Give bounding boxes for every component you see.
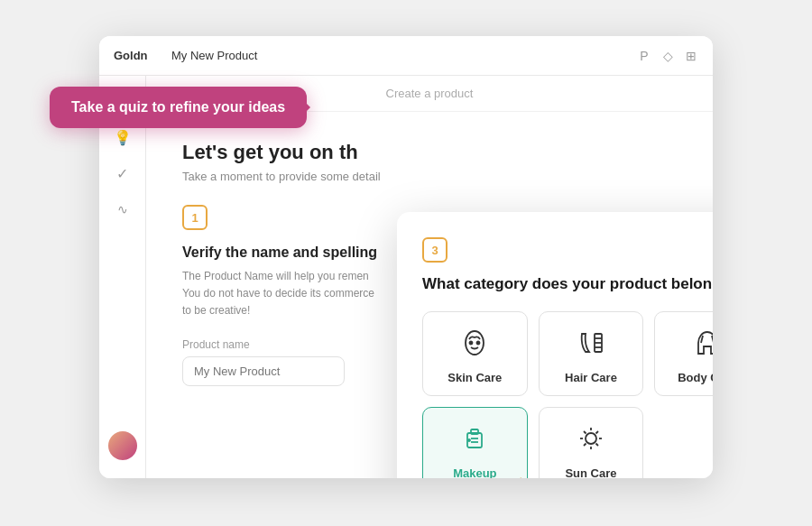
svg-point-1 — [470, 342, 473, 345]
svg-point-14 — [586, 433, 596, 444]
svg-point-2 — [477, 342, 480, 345]
makeup-label: Makeup — [453, 466, 496, 478]
sidebar-icon-tasks[interactable]: ✓ — [108, 159, 137, 188]
svg-line-20 — [595, 444, 598, 447]
quiz-question: What category does your product belong t… — [422, 275, 713, 293]
svg-line-8 — [712, 336, 713, 343]
category-skin-care[interactable]: Skin Care — [422, 311, 528, 396]
grid-icon[interactable]: ⊞ — [684, 49, 698, 63]
category-body-care[interactable]: Body Care — [654, 311, 713, 396]
hair-care-label: Hair Care — [565, 371, 617, 384]
hair-care-icon — [575, 327, 607, 364]
category-grid: Skin Care Hair Care — [422, 311, 713, 478]
svg-rect-10 — [471, 429, 478, 434]
category-hair-care[interactable]: Hair Care — [539, 311, 644, 396]
category-sun-care[interactable]: Sun Care — [539, 407, 644, 478]
top-bar-icons: P ◇ ⊞ — [637, 49, 698, 63]
tab-title: My New Product — [171, 49, 637, 62]
body-care-label: Body Care — [678, 371, 713, 384]
wizard-subtitle: Take a moment to provide some detail — [182, 170, 677, 183]
quiz-step-badge: 3 — [422, 237, 448, 263]
svg-line-19 — [584, 431, 586, 434]
svg-point-13 — [468, 439, 470, 441]
top-bar: Goldn My New Product P ◇ ⊞ — [99, 36, 713, 76]
svg-point-0 — [466, 331, 484, 355]
cursor-icon: 👆 — [512, 476, 534, 478]
skin-care-label: Skin Care — [448, 371, 502, 384]
quiz-card: 3 What category does your product belong… — [397, 212, 713, 478]
wizard-title: Let's get you on th — [182, 141, 677, 164]
avatar[interactable] — [108, 431, 137, 460]
skin-care-icon — [458, 327, 491, 364]
product-name-input[interactable] — [182, 356, 345, 386]
svg-line-7 — [701, 336, 703, 343]
tooltip-text: Take a quiz to refine your ideas — [71, 99, 285, 115]
location-icon[interactable]: ◇ — [660, 49, 675, 63]
category-makeup[interactable]: Makeup 👆 — [422, 407, 528, 478]
body-care-icon — [691, 327, 713, 364]
sidebar-icon-activity[interactable]: ∿ — [108, 195, 137, 224]
app-logo: Goldn — [114, 49, 150, 62]
tooltip-bubble: Take a quiz to refine your ideas — [50, 87, 307, 128]
sun-care-label: Sun Care — [565, 466, 616, 478]
svg-line-21 — [595, 431, 598, 434]
step-badge-1: 1 — [182, 205, 208, 230]
sidebar: ⌂ 💡 ✓ ∿ — [99, 76, 146, 478]
profile-icon[interactable]: P — [637, 49, 651, 63]
makeup-icon — [458, 422, 491, 459]
sun-care-icon — [575, 422, 607, 459]
content-header-label: Create a product — [386, 87, 474, 100]
svg-line-22 — [584, 444, 586, 447]
